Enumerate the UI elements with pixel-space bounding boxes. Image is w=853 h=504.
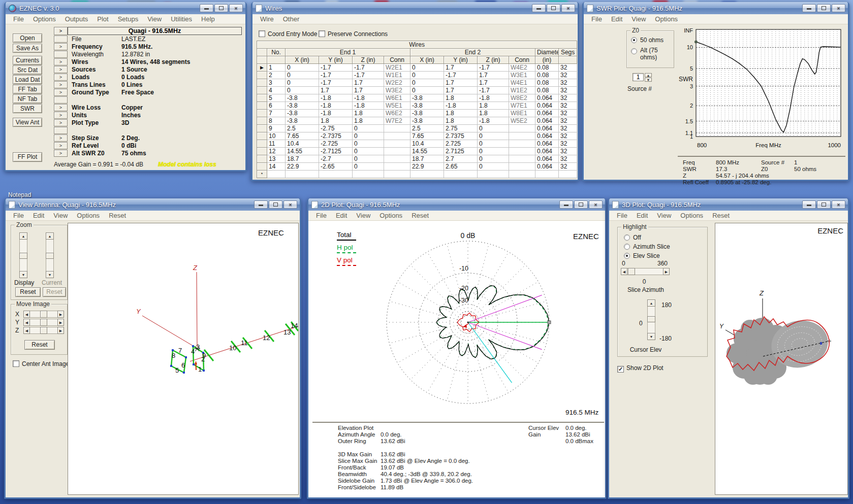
sidebar-button-save-as[interactable]: Save As: [13, 44, 42, 53]
highlight-radio-off[interactable]: [624, 234, 630, 241]
param-expand-button[interactable]: >: [54, 81, 68, 88]
param-expand-button[interactable]: [54, 51, 68, 58]
wire-cell[interactable]: 7.65: [286, 132, 319, 140]
wire-cell[interactable]: 18.7: [410, 155, 444, 163]
antenna-view-canvas[interactable]: EZNEC Z Y 1234567891011121314: [68, 223, 299, 495]
source-spinner-up-icon[interactable]: ▲: [645, 73, 652, 77]
wire-cell[interactable]: [509, 140, 535, 148]
wire-cell[interactable]: 32: [559, 148, 577, 155]
move-z-scrollbar-right-icon[interactable]: ▶: [57, 327, 64, 334]
source-number-input[interactable]: 1: [633, 73, 644, 81]
wire-cell[interactable]: 0.08: [535, 79, 559, 87]
z0-alt75-radio[interactable]: [631, 48, 637, 54]
wire-cell[interactable]: W7E1: [509, 102, 535, 110]
current-zoom-slider-down-icon[interactable]: ▼: [46, 271, 54, 278]
wire-cell[interactable]: 1.8: [353, 110, 384, 117]
sidebar-button-src-dat[interactable]: Src Dat: [13, 65, 42, 75]
maximize-button[interactable]: [574, 200, 588, 209]
wire-cell[interactable]: 0: [410, 87, 444, 94]
wire-cell[interactable]: 0.08: [535, 64, 559, 72]
param-expand-button[interactable]: >: [54, 43, 68, 50]
wire-cell[interactable]: 0.064: [535, 117, 559, 125]
param-expand-button[interactable]: >: [54, 135, 68, 142]
menu-item-wire[interactable]: Wire: [256, 14, 278, 24]
titlebar-wires[interactable]: Wires ×: [252, 2, 578, 14]
wire-cell[interactable]: 1: [267, 64, 286, 72]
wire-cell[interactable]: -1.8: [319, 110, 353, 117]
move-y-scrollbar-right-icon[interactable]: ▶: [57, 319, 64, 326]
titlebar-2d-plot[interactable]: 2D Plot: Quagi - 916.5MHz ×: [308, 198, 605, 211]
wire-cell[interactable]: 2.5: [410, 125, 444, 132]
param-expand-button[interactable]: >: [54, 74, 68, 81]
close-button[interactable]: ×: [561, 4, 575, 12]
wire-cell[interactable]: [410, 171, 444, 178]
param-expand-button[interactable]: >: [54, 89, 68, 96]
wire-cell[interactable]: [353, 171, 384, 178]
wire-cell[interactable]: 32: [559, 72, 577, 79]
wire-cell[interactable]: [384, 163, 410, 171]
wire-cell[interactable]: -3.8: [286, 117, 319, 125]
slice-azimuth-scrollbar-left-icon[interactable]: ◀: [621, 268, 627, 275]
wire-cell[interactable]: -1.8: [444, 102, 478, 110]
wire-cell[interactable]: 0: [286, 79, 319, 87]
menu-item-view[interactable]: View: [627, 14, 650, 24]
titlebar-eznec[interactable]: EZNEC v. 3.0 ×: [6, 2, 245, 14]
sidebar-button-swr[interactable]: SWR: [13, 104, 42, 113]
menu-item-view[interactable]: View: [49, 211, 72, 220]
wire-cell[interactable]: -2.65: [319, 163, 353, 171]
wire-cell[interactable]: -2.75: [319, 125, 353, 132]
wire-cell[interactable]: W5E1: [384, 102, 410, 110]
sidebar-button-ff-tab[interactable]: FF Tab: [13, 85, 42, 94]
wire-cell[interactable]: 14: [267, 163, 286, 171]
wire-cell[interactable]: 7.65: [410, 132, 444, 140]
wire-cell[interactable]: 1.7: [444, 64, 478, 72]
wire-cell[interactable]: 3: [267, 79, 286, 87]
cursor-elev-scrollbar-down-icon[interactable]: ▼: [647, 333, 655, 340]
highlight-radio-azimuth-slice[interactable]: [624, 244, 630, 250]
menu-item-edit[interactable]: Edit: [28, 211, 49, 220]
menu-item-view[interactable]: View: [143, 14, 166, 24]
param-expand-button[interactable]: >: [54, 66, 68, 73]
wire-cell[interactable]: 1.8: [478, 102, 509, 110]
wire-cell[interactable]: 10: [267, 132, 286, 140]
wire-cell[interactable]: [267, 171, 286, 178]
wire-cell[interactable]: 5: [267, 94, 286, 102]
wire-cell[interactable]: 32: [559, 94, 577, 102]
wire-cell[interactable]: 32: [559, 64, 577, 72]
wire-cell[interactable]: 0.064: [535, 94, 559, 102]
menu-item-file[interactable]: File: [587, 14, 607, 24]
menu-item-utilities[interactable]: Utilities: [166, 14, 197, 24]
wire-cell[interactable]: 10.4: [286, 140, 319, 148]
wire-cell[interactable]: 14.55: [410, 148, 444, 155]
wire-cell[interactable]: 1.7: [478, 79, 509, 87]
close-button[interactable]: ×: [589, 200, 603, 209]
wire-cell[interactable]: 0: [478, 132, 509, 140]
row-marker[interactable]: [257, 117, 267, 125]
slice-azimuth-scrollbar-thumb[interactable]: [628, 268, 635, 275]
display-zoom-slider-down-icon[interactable]: ▼: [19, 271, 27, 278]
wire-cell[interactable]: [286, 171, 319, 178]
wire-cell[interactable]: 2.725: [444, 140, 478, 148]
row-marker[interactable]: [257, 155, 267, 163]
checkbox-box[interactable]: [259, 30, 265, 37]
wire-cell[interactable]: -3.8: [286, 102, 319, 110]
wire-cell[interactable]: W6E1: [384, 94, 410, 102]
menu-item-file[interactable]: File: [9, 211, 28, 220]
row-marker[interactable]: [257, 148, 267, 155]
wire-cell[interactable]: 32: [559, 79, 577, 87]
wire-cell[interactable]: 14.55: [286, 148, 319, 155]
param-expand-button[interactable]: >: [54, 119, 68, 126]
wire-cell[interactable]: 0.064: [535, 125, 559, 132]
wire-cell[interactable]: -1.7: [478, 87, 509, 94]
wire-cell[interactable]: 0: [410, 79, 444, 87]
move-x-scrollbar-left-icon[interactable]: ◀: [23, 311, 30, 318]
menu-item-options[interactable]: Options: [72, 211, 104, 220]
center-ant-image-checkbox[interactable]: Center Ant Image: [13, 359, 69, 368]
wire-cell[interactable]: [384, 155, 410, 163]
wire-cell[interactable]: [384, 148, 410, 155]
menu-item-plot[interactable]: Plot: [92, 14, 113, 24]
wire-cell[interactable]: 12: [267, 148, 286, 155]
param-expand-button[interactable]: [54, 96, 68, 104]
wire-cell[interactable]: [384, 132, 410, 140]
wire-cell[interactable]: 1.7: [444, 79, 478, 87]
